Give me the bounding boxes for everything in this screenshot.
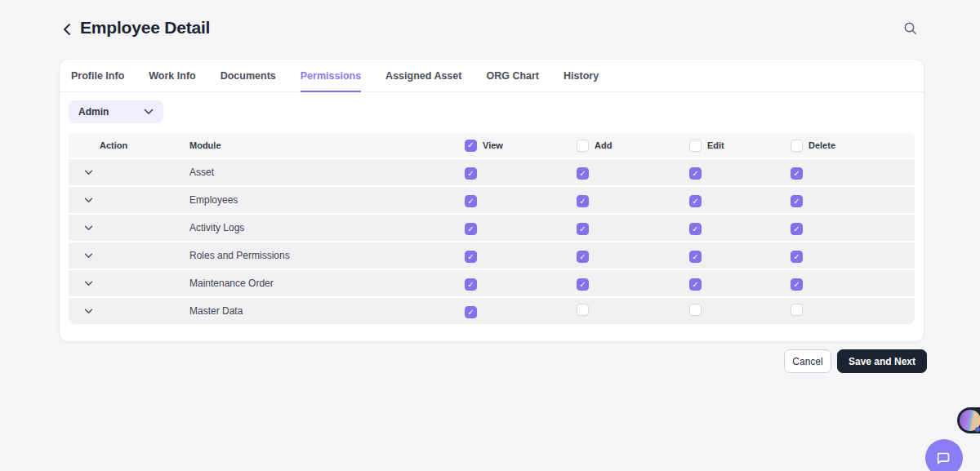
add-checkbox[interactable]: [577, 167, 589, 180]
expand-row-button[interactable]: [69, 225, 189, 231]
edit-checkbox[interactable]: [689, 223, 702, 235]
select-all-view-checkbox[interactable]: [465, 140, 477, 152]
view-checkbox[interactable]: [465, 195, 477, 207]
select-all-edit-checkbox[interactable]: [689, 140, 702, 152]
table-row: Employees: [69, 187, 915, 213]
select-all-delete-checkbox[interactable]: [791, 140, 803, 152]
module-name: Maintenance Order: [189, 278, 465, 289]
expand-row-button[interactable]: [69, 170, 189, 176]
column-header-view-label: View: [483, 140, 503, 150]
view-checkbox[interactable]: [465, 251, 477, 263]
expand-row-button[interactable]: [69, 281, 189, 287]
edit-checkbox[interactable]: [689, 167, 702, 180]
add-checkbox[interactable]: [577, 304, 589, 316]
delete-checkbox[interactable]: [791, 195, 803, 207]
table-row: Asset: [69, 159, 915, 185]
delete-checkbox[interactable]: [791, 223, 803, 235]
tab-assigned-asset[interactable]: Assigned Asset: [385, 70, 461, 92]
table-header-row: Action Module View Add Edit Delete: [69, 133, 915, 158]
expand-row-button[interactable]: [69, 253, 189, 259]
page-title: Employee Detail: [80, 18, 210, 38]
edit-checkbox[interactable]: [689, 278, 702, 291]
module-name: Master Data: [189, 305, 465, 317]
chevron-down-icon: [84, 198, 93, 203]
column-header-delete-label: Delete: [808, 140, 835, 150]
add-checkbox[interactable]: [577, 251, 589, 263]
page-header: Employee Detail: [0, 0, 980, 49]
tab-history[interactable]: History: [564, 70, 599, 92]
chat-fab-button[interactable]: [925, 439, 963, 471]
select-all-add-checkbox[interactable]: [577, 140, 589, 152]
expand-row-button[interactable]: [69, 309, 189, 314]
edit-checkbox[interactable]: [689, 195, 702, 207]
add-checkbox[interactable]: [577, 278, 589, 291]
column-header-edit-label: Edit: [707, 140, 724, 150]
column-header-action: Action: [69, 140, 189, 150]
tab-documents[interactable]: Documents: [220, 70, 276, 92]
column-header-view: View: [465, 140, 577, 152]
chevron-down-icon: [84, 253, 93, 259]
delete-checkbox[interactable]: [791, 304, 803, 316]
permissions-card: Profile InfoWork InfoDocumentsPermission…: [60, 60, 924, 341]
table-row: Maintenance Order: [69, 270, 915, 296]
search-icon: [903, 21, 918, 36]
delete-checkbox[interactable]: [791, 278, 803, 291]
table-row: Activity Logs: [69, 215, 915, 241]
edit-checkbox[interactable]: [689, 304, 702, 316]
edit-checkbox[interactable]: [689, 251, 702, 263]
add-checkbox[interactable]: [577, 195, 589, 207]
column-header-edit: Edit: [689, 140, 791, 152]
column-header-delete: Delete: [791, 140, 915, 152]
save-and-next-button[interactable]: Save and Next: [837, 349, 927, 373]
chevron-down-icon: [84, 225, 93, 231]
column-header-module: Module: [189, 140, 465, 150]
footer-actions: Cancel Save and Next: [784, 349, 927, 373]
tab-org-chart[interactable]: ORG Chart: [486, 70, 539, 92]
back-button[interactable]: [60, 22, 75, 37]
column-header-add-label: Add: [595, 140, 612, 150]
table-body: Asset Employees Activity Logs: [69, 159, 915, 324]
module-name: Employees: [189, 194, 465, 206]
module-name: Asset: [189, 167, 465, 178]
permissions-table: Action Module View Add Edit Delete: [69, 133, 915, 324]
module-name: Roles and Permissions: [189, 250, 465, 261]
role-dropdown[interactable]: Admin: [69, 100, 163, 123]
tab-bar: Profile InfoWork InfoDocumentsPermission…: [60, 60, 924, 92]
column-header-add: Add: [577, 140, 689, 152]
chevron-down-icon: [84, 281, 93, 287]
cancel-button[interactable]: Cancel: [784, 349, 831, 373]
role-dropdown-value: Admin: [78, 106, 109, 118]
chevron-down-icon: [84, 170, 93, 176]
chevron-left-icon: [60, 22, 75, 37]
module-name: Activity Logs: [189, 222, 465, 233]
assistant-avatar-widget[interactable]: [957, 407, 980, 433]
search-button[interactable]: [902, 21, 919, 38]
chevron-down-icon: [144, 109, 154, 115]
view-checkbox[interactable]: [465, 306, 477, 318]
tab-permissions[interactable]: Permissions: [301, 70, 361, 92]
add-checkbox[interactable]: [577, 223, 589, 235]
tab-profile-info[interactable]: Profile Info: [71, 70, 124, 92]
delete-checkbox[interactable]: [791, 167, 803, 180]
table-row: Master Data: [69, 298, 915, 324]
expand-row-button[interactable]: [69, 198, 189, 203]
view-checkbox[interactable]: [465, 278, 477, 291]
table-row: Roles and Permissions: [69, 242, 915, 269]
view-checkbox[interactable]: [465, 223, 477, 235]
avatar-status-dot: [975, 427, 980, 432]
delete-checkbox[interactable]: [791, 251, 803, 263]
tab-work-info[interactable]: Work Info: [149, 70, 195, 92]
view-checkbox[interactable]: [465, 167, 477, 180]
chevron-down-icon: [84, 309, 93, 314]
chat-bubble-icon: [935, 449, 953, 467]
